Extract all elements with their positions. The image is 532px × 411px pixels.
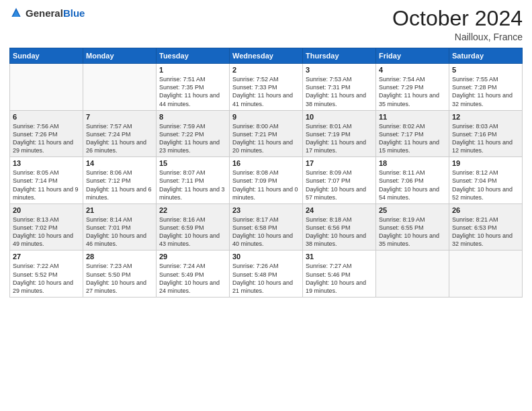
calendar-cell: [83, 64, 157, 111]
calendar-cell: 23Sunrise: 8:17 AM Sunset: 6:58 PM Dayli…: [230, 203, 303, 250]
day-info: Sunrise: 8:03 AM Sunset: 7:16 PM Dayligh…: [452, 122, 519, 155]
calendar-header: Sunday Monday Tuesday Wednesday Thursday…: [10, 48, 523, 64]
day-info: Sunrise: 8:19 AM Sunset: 6:55 PM Dayligh…: [379, 216, 446, 248]
calendar-cell: 12Sunrise: 8:03 AM Sunset: 7:16 PM Dayli…: [449, 110, 523, 157]
day-info: Sunrise: 7:24 AM Sunset: 5:49 PM Dayligh…: [159, 262, 226, 295]
day-info: Sunrise: 8:12 AM Sunset: 7:04 PM Dayligh…: [452, 169, 519, 201]
calendar-cell: 25Sunrise: 8:19 AM Sunset: 6:55 PM Dayli…: [376, 203, 449, 250]
calendar-week-5: 27Sunrise: 7:22 AM Sunset: 5:52 PM Dayli…: [10, 250, 523, 298]
header-saturday: Saturday: [449, 48, 523, 64]
calendar-cell: 28Sunrise: 7:23 AM Sunset: 5:50 PM Dayli…: [83, 250, 157, 298]
calendar-cell: 4Sunrise: 7:54 AM Sunset: 7:29 PM Daylig…: [376, 64, 449, 111]
day-info: Sunrise: 8:13 AM Sunset: 7:02 PM Dayligh…: [13, 216, 80, 248]
day-info: Sunrise: 7:22 AM Sunset: 5:52 PM Dayligh…: [13, 262, 80, 295]
day-number: 16: [232, 159, 300, 167]
header-thursday: Thursday: [303, 48, 376, 64]
calendar-cell: 20Sunrise: 8:13 AM Sunset: 7:02 PM Dayli…: [10, 203, 83, 250]
logo: GeneralBlue: [9, 7, 85, 20]
calendar-cell: 1Sunrise: 7:51 AM Sunset: 7:35 PM Daylig…: [157, 64, 230, 111]
day-number: 24: [306, 206, 373, 214]
day-info: Sunrise: 7:57 AM Sunset: 7:24 PM Dayligh…: [86, 122, 153, 155]
calendar-cell: 8Sunrise: 7:59 AM Sunset: 7:22 PM Daylig…: [157, 110, 230, 157]
calendar-week-4: 20Sunrise: 8:13 AM Sunset: 7:02 PM Dayli…: [10, 203, 523, 250]
day-number: 28: [86, 253, 153, 261]
day-number: 4: [379, 66, 446, 74]
day-number: 13: [13, 159, 80, 167]
logo-icon: [9, 7, 23, 20]
day-info: Sunrise: 8:05 AM Sunset: 7:14 PM Dayligh…: [13, 169, 80, 201]
calendar-cell: 22Sunrise: 8:16 AM Sunset: 6:59 PM Dayli…: [157, 203, 230, 250]
day-number: 20: [13, 206, 80, 214]
day-info: Sunrise: 8:16 AM Sunset: 6:59 PM Dayligh…: [159, 216, 226, 248]
day-number: 3: [306, 66, 373, 74]
day-number: 8: [159, 113, 226, 121]
day-info: Sunrise: 8:21 AM Sunset: 6:53 PM Dayligh…: [452, 216, 519, 248]
day-info: Sunrise: 7:56 AM Sunset: 7:26 PM Dayligh…: [13, 122, 80, 155]
day-number: 21: [86, 206, 153, 214]
calendar-table: Sunday Monday Tuesday Wednesday Thursday…: [9, 48, 523, 298]
day-info: Sunrise: 8:07 AM Sunset: 7:11 PM Dayligh…: [159, 169, 226, 201]
day-info: Sunrise: 8:06 AM Sunset: 7:12 PM Dayligh…: [86, 169, 153, 201]
day-info: Sunrise: 7:54 AM Sunset: 7:29 PM Dayligh…: [379, 75, 446, 108]
calendar-cell: 3Sunrise: 7:53 AM Sunset: 7:31 PM Daylig…: [303, 64, 376, 111]
title-block: October 2024 Nailloux, France: [392, 7, 523, 42]
calendar-cell: [376, 250, 449, 298]
day-info: Sunrise: 7:59 AM Sunset: 7:22 PM Dayligh…: [159, 122, 226, 155]
header-wednesday: Wednesday: [230, 48, 303, 64]
day-info: Sunrise: 8:00 AM Sunset: 7:21 PM Dayligh…: [232, 122, 300, 155]
day-info: Sunrise: 7:27 AM Sunset: 5:46 PM Dayligh…: [306, 262, 373, 295]
calendar-cell: 6Sunrise: 7:56 AM Sunset: 7:26 PM Daylig…: [10, 110, 83, 157]
day-info: Sunrise: 8:11 AM Sunset: 7:06 PM Dayligh…: [379, 169, 446, 201]
calendar-cell: [449, 250, 523, 298]
calendar-cell: 14Sunrise: 8:06 AM Sunset: 7:12 PM Dayli…: [83, 157, 157, 204]
day-number: 29: [159, 253, 226, 261]
day-number: 15: [159, 159, 226, 167]
day-number: 22: [159, 206, 226, 214]
calendar-cell: 30Sunrise: 7:26 AM Sunset: 5:48 PM Dayli…: [230, 250, 303, 298]
calendar-cell: [10, 64, 83, 111]
calendar-cell: 9Sunrise: 8:00 AM Sunset: 7:21 PM Daylig…: [230, 110, 303, 157]
page: GeneralBlue October 2024 Nailloux, Franc…: [0, 0, 532, 411]
calendar-cell: 21Sunrise: 8:14 AM Sunset: 7:01 PM Dayli…: [83, 203, 157, 250]
day-info: Sunrise: 8:18 AM Sunset: 6:56 PM Dayligh…: [306, 216, 373, 248]
header-friday: Friday: [376, 48, 449, 64]
month-title: October 2024: [392, 7, 523, 30]
day-info: Sunrise: 8:17 AM Sunset: 6:58 PM Dayligh…: [232, 216, 300, 248]
header-monday: Monday: [83, 48, 157, 64]
day-info: Sunrise: 8:01 AM Sunset: 7:19 PM Dayligh…: [306, 122, 373, 155]
day-number: 23: [232, 206, 300, 214]
calendar-cell: 17Sunrise: 8:09 AM Sunset: 7:07 PM Dayli…: [303, 157, 376, 204]
day-number: 27: [13, 253, 80, 261]
calendar-cell: 7Sunrise: 7:57 AM Sunset: 7:24 PM Daylig…: [83, 110, 157, 157]
day-info: Sunrise: 7:51 AM Sunset: 7:35 PM Dayligh…: [159, 75, 226, 108]
calendar-cell: 16Sunrise: 8:08 AM Sunset: 7:09 PM Dayli…: [230, 157, 303, 204]
day-info: Sunrise: 8:09 AM Sunset: 7:07 PM Dayligh…: [306, 169, 373, 201]
day-info: Sunrise: 7:53 AM Sunset: 7:31 PM Dayligh…: [306, 75, 373, 108]
location: Nailloux, France: [392, 32, 523, 42]
logo-text-general: GeneralBlue: [26, 7, 85, 19]
day-info: Sunrise: 8:02 AM Sunset: 7:17 PM Dayligh…: [379, 122, 446, 155]
calendar-cell: 29Sunrise: 7:24 AM Sunset: 5:49 PM Dayli…: [157, 250, 230, 298]
day-number: 12: [452, 113, 519, 121]
day-info: Sunrise: 8:14 AM Sunset: 7:01 PM Dayligh…: [86, 216, 153, 248]
calendar-cell: 24Sunrise: 8:18 AM Sunset: 6:56 PM Dayli…: [303, 203, 376, 250]
header-tuesday: Tuesday: [157, 48, 230, 64]
day-number: 25: [379, 206, 446, 214]
calendar-cell: 10Sunrise: 8:01 AM Sunset: 7:19 PM Dayli…: [303, 110, 376, 157]
day-number: 11: [379, 113, 446, 121]
header: GeneralBlue October 2024 Nailloux, Franc…: [9, 7, 523, 42]
day-info: Sunrise: 8:08 AM Sunset: 7:09 PM Dayligh…: [232, 169, 300, 201]
day-number: 18: [379, 159, 446, 167]
day-number: 31: [306, 253, 373, 261]
calendar-body: 1Sunrise: 7:51 AM Sunset: 7:35 PM Daylig…: [10, 64, 523, 298]
calendar-cell: 18Sunrise: 8:11 AM Sunset: 7:06 PM Dayli…: [376, 157, 449, 204]
calendar-cell: 2Sunrise: 7:52 AM Sunset: 7:33 PM Daylig…: [230, 64, 303, 111]
calendar-week-3: 13Sunrise: 8:05 AM Sunset: 7:14 PM Dayli…: [10, 157, 523, 204]
day-info: Sunrise: 7:26 AM Sunset: 5:48 PM Dayligh…: [232, 262, 300, 295]
day-number: 26: [452, 206, 519, 214]
calendar-cell: 31Sunrise: 7:27 AM Sunset: 5:46 PM Dayli…: [303, 250, 376, 298]
calendar-cell: 15Sunrise: 8:07 AM Sunset: 7:11 PM Dayli…: [157, 157, 230, 204]
day-number: 19: [452, 159, 519, 167]
calendar-cell: 19Sunrise: 8:12 AM Sunset: 7:04 PM Dayli…: [449, 157, 523, 204]
day-number: 10: [306, 113, 373, 121]
